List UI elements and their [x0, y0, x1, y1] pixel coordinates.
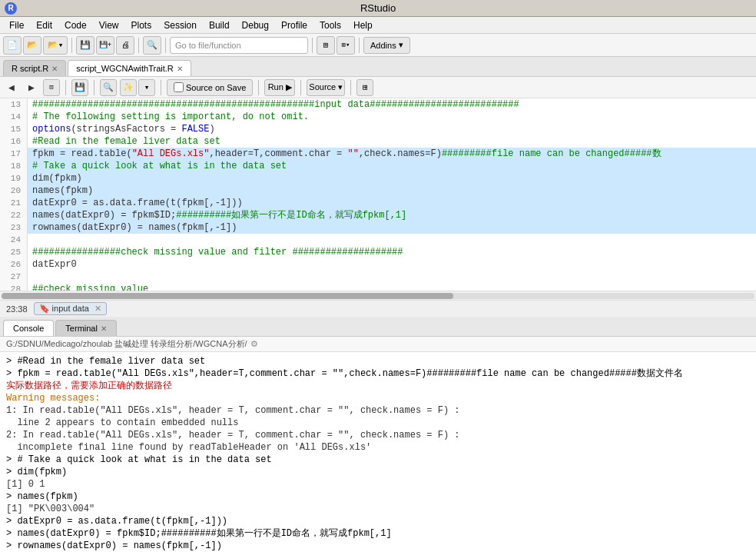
tab-terminal-label: Terminal — [65, 324, 98, 333]
menu-view[interactable]: View — [93, 18, 125, 32]
magic-arrow[interactable]: ▾ — [138, 79, 155, 96]
menu-help[interactable]: Help — [347, 18, 379, 32]
sep3 — [165, 38, 166, 53]
tab-rscript[interactable]: R script.R ✕ — [3, 60, 66, 76]
code-line-19: 19 dim(fpkm) — [0, 172, 756, 185]
tab-wgcna[interactable]: script_WGCNAwithTrait.R ✕ — [68, 60, 191, 76]
esep6 — [350, 80, 351, 95]
console-area[interactable]: > #Read in the female liver data set > f… — [0, 352, 756, 552]
code-line-25: 25 ################check missing value a… — [0, 246, 756, 258]
tag-close[interactable]: ✕ — [94, 304, 101, 313]
back-button[interactable]: ◀ — [3, 79, 20, 96]
tab-console[interactable]: Console — [3, 320, 54, 336]
source-on-save-checkbox[interactable] — [174, 82, 184, 92]
code-line-21: 21 datExpr0 = as.data.frame(t(fpkm[,-1])… — [0, 197, 756, 209]
new-file-button[interactable]: 📄 — [3, 36, 22, 55]
bottom-tabs: Console Terminal ✕ — [0, 317, 756, 337]
console-line-5: line 2 appears to contain embedded nulls — [6, 417, 750, 429]
goto-file-input[interactable]: Go to file/function — [170, 37, 308, 54]
code-line-13: 13 #####################################… — [0, 98, 756, 111]
menu-debug[interactable]: Debug — [236, 18, 275, 32]
console-line-14: > names(datExpr0) = fpkm$ID;##########如果… — [6, 527, 750, 540]
esep4 — [258, 80, 259, 95]
tab-rscript-close[interactable]: ✕ — [51, 65, 58, 73]
console-line-6: 2: In read.table("All DEGs.xls", header … — [6, 429, 750, 441]
console-line-10: [1] 0 1 — [6, 478, 750, 490]
editor-status-bar: 23:38 🔖 input data ✕ — [0, 300, 756, 317]
title-text: RStudio — [360, 2, 396, 14]
code-line-18: 18 # Take a quick look at what is in the… — [0, 160, 756, 172]
tab-wgcna-close[interactable]: ✕ — [177, 65, 183, 73]
find-button[interactable]: 🔍 — [143, 36, 161, 55]
scrollbar-thumb[interactable] — [2, 293, 453, 299]
console-line-7: incomplete final line found by readTable… — [6, 441, 750, 454]
addins-arrow: ▾ — [399, 40, 403, 50]
scrollbar-track[interactable] — [2, 293, 754, 299]
addins-button[interactable]: Addins ▾ — [363, 37, 410, 54]
sep5 — [359, 38, 360, 53]
menu-tools[interactable]: Tools — [313, 18, 347, 32]
source-button[interactable]: Source ▾ — [307, 79, 345, 96]
editor-toolbar: ◀ ▶ ⊡ 💾 🔍 ✨ ▾ Source on Save Run ▶ Sourc… — [0, 77, 756, 98]
code-line-14: 14 # The following setting is important,… — [0, 111, 756, 123]
code-line-15: 15 options(stringsAsFactors = FALSE) — [0, 123, 756, 135]
code-line-16: 16 #Read in the female liver data set — [0, 135, 756, 148]
console-line-12: [1] "PK\003\004" — [6, 503, 750, 515]
sep2 — [138, 38, 139, 53]
forward-button[interactable]: ▶ — [23, 79, 40, 96]
save-all-button[interactable]: 💾+ — [96, 36, 114, 55]
show-in-new[interactable]: ⊡ — [43, 79, 60, 96]
tag-icon: 🔖 — [39, 304, 50, 313]
code-line-27: 27 — [0, 271, 756, 283]
tab-terminal[interactable]: Terminal ✕ — [55, 320, 117, 336]
code-line-28: 28 ##check missing value — [0, 283, 756, 291]
menu-file[interactable]: File — [3, 18, 30, 32]
console-line-3: 实际数据路径，需要添加正确的数据路径 — [6, 380, 750, 392]
code-line-22: 22 names(datExpr0) = fpkm$ID;##########如… — [0, 209, 756, 221]
save-button[interactable]: 💾 — [76, 36, 94, 55]
console-line-4: 1: In read.table("All DEGs.xls", header … — [6, 404, 750, 417]
code-editor[interactable]: 13 #####################################… — [0, 98, 756, 291]
grid-button[interactable]: ⊞ — [317, 36, 335, 55]
editor-scrollbar[interactable] — [0, 291, 756, 300]
menu-build[interactable]: Build — [203, 18, 236, 32]
console-line-8: > # Take a quick look at what is in the … — [6, 454, 750, 466]
console-line-1: > #Read in the female liver data set — [6, 355, 750, 367]
run-button[interactable]: Run ▶ — [264, 79, 295, 96]
console-path-icon[interactable]: ⚙ — [250, 339, 258, 349]
menu-session[interactable]: Session — [158, 18, 203, 32]
recent-button[interactable]: 📂▾ — [43, 36, 68, 55]
source-on-save-button[interactable]: Source on Save — [167, 79, 253, 96]
tab-wgcna-label: script_WGCNAwithTrait.R — [76, 64, 174, 73]
sep4 — [312, 38, 313, 53]
print-button[interactable]: 🖨 — [116, 36, 134, 55]
menu-code[interactable]: Code — [58, 18, 93, 32]
menu-profile[interactable]: Profile — [275, 18, 313, 32]
magic-button[interactable]: ✨ — [120, 79, 137, 96]
tab-console-label: Console — [13, 324, 44, 333]
grid2-button[interactable]: ⊞▾ — [337, 36, 355, 55]
code-line-23: 23 rownames(datExpr0) = names(fpkm[,-1]) — [0, 221, 756, 234]
save-script-button[interactable]: 💾 — [71, 79, 88, 96]
console-line-2: > fpkm = read.table("All DEGs.xls",heade… — [6, 367, 750, 380]
app-icon: R — [5, 2, 17, 15]
tab-rscript-label: R script.R — [12, 64, 48, 73]
menu-plots[interactable]: Plots — [125, 18, 158, 32]
console-content: > #Read in the female liver data set > f… — [0, 352, 756, 552]
code-line-24: 24 — [0, 234, 756, 246]
console-path-bar: G:/SDNU/Medicago/zhoulab 盐碱处理 转录组分析/WGCN… — [0, 337, 756, 352]
console-line-13: > datExpr0 = as.data.frame(t(fpkm[,-1])) — [6, 515, 750, 527]
console-line-15: > rownames(datExpr0) = names(fpkm[,-1]) — [6, 540, 750, 552]
search-code-button[interactable]: 🔍 — [100, 79, 117, 96]
console-line-11: > names(fpkm) — [6, 490, 750, 503]
esep1 — [65, 80, 66, 95]
layout-button[interactable]: ⊞ — [356, 79, 373, 96]
tag-label: input data — [52, 304, 89, 313]
open-button[interactable]: 📂 — [23, 36, 41, 55]
menu-edit[interactable]: Edit — [30, 18, 58, 32]
main-toolbar: 📄 📂 📂▾ 💾 💾+ 🖨 🔍 Go to file/function ⊞ ⊞▾… — [0, 34, 756, 57]
esep2 — [94, 80, 94, 95]
magic-buttons: ✨ ▾ — [120, 79, 155, 96]
tab-terminal-close[interactable]: ✕ — [101, 324, 107, 333]
title-bar: R RStudio — [0, 0, 756, 17]
